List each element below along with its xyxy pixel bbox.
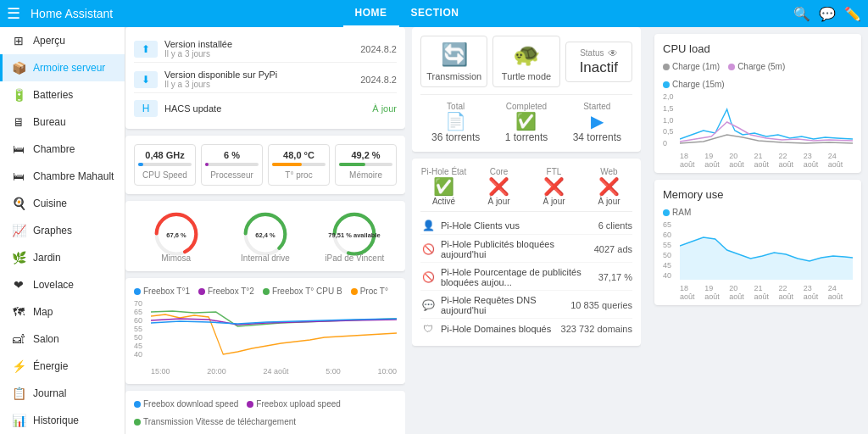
menu-icon[interactable]: ☰ — [7, 4, 20, 23]
pihole-row: 🛡 Pi-Hole Domaines bloqués 323 732 domai… — [420, 320, 632, 337]
pihole-header-item: Pi-Hole État ✅ Activé — [420, 167, 467, 206]
sidebar-icon: 📦 — [11, 61, 26, 75]
total-torrents: Total 📄 36 torrents — [420, 102, 491, 143]
pihole-row-icon: 🚫 — [420, 243, 436, 255]
turtle-mode-label: Turtle mode — [502, 71, 551, 81]
pihole-header-item: FTL ❌ À jour — [531, 167, 577, 206]
legend-item: RAM — [663, 208, 691, 217]
svg-text:62,4 %: 62,4 % — [255, 231, 275, 239]
transmission-label: Transmission — [426, 71, 481, 81]
topnav-actions: 🔍 💬 ✏️ — [793, 6, 861, 22]
sidebar-item-armoire-serveur[interactable]: 📦Armoire serveur — [0, 54, 125, 81]
cpu-load-title: CPU load — [663, 42, 853, 55]
small-gauge-t°-proc: 48,0 °C T° proc — [268, 144, 330, 186]
sidebar-item-aperçu[interactable]: ⊞Aperçu — [0, 27, 125, 54]
small-gauge-mémoire: 49,2 % Mémoire — [335, 144, 397, 186]
cpu-load-card: CPU load Charge (1m)Charge (5m)Charge (1… — [654, 34, 861, 173]
app-title: Home Assistant — [31, 7, 333, 20]
sidebar-item-batteries[interactable]: 🔋Batteries — [0, 81, 125, 108]
sidebar-icon: 🌿 — [11, 251, 26, 264]
turtle-mode-button[interactable]: 🐢 Turtle mode — [492, 36, 559, 87]
tab-section[interactable]: SECTION — [399, 0, 471, 27]
legend-item: Charge (1m) — [663, 62, 720, 71]
eye-icon[interactable]: 👁 — [608, 47, 618, 59]
sidebar-item-cuisine[interactable]: 🍳Cuisine — [0, 190, 125, 217]
sidebar-icon: 📋 — [11, 387, 26, 400]
completed-torrents: Completed ✅ 1 torrents — [491, 102, 561, 143]
legend-item: Freebox T°1 — [134, 287, 190, 296]
sidebar-icon: ❤ — [11, 278, 26, 292]
topnav: ☰ Home Assistant HOME SECTION 🔍 💬 ✏️ — [0, 0, 868, 27]
sidebar-item-jardin[interactable]: 🌿Jardin — [0, 244, 125, 271]
circ-gauges-card: 67,6 % Mimosa 62,4 % Internal drive 79,5… — [125, 201, 405, 271]
sidebar-icon: 🛏 — [11, 142, 26, 156]
update-row: ⬇ Version disponible sur PyPi Il y a 3 j… — [134, 66, 397, 93]
speed-chart-card: Freebox download speedFreebox upload spe… — [125, 391, 405, 434]
sidebar-item-journal[interactable]: 📋Journal — [0, 380, 125, 407]
pihole-row-icon: 🚫 — [420, 271, 436, 283]
legend-item: Charge (15m) — [663, 80, 725, 89]
sidebar-item-bureau[interactable]: 🖥Bureau — [0, 108, 125, 136]
svg-text:79,51 % available: 79,51 % available — [329, 231, 381, 239]
legend-item: Transmission Vitesse de téléchargement — [134, 417, 296, 426]
sidebar-icon: ⊞ — [11, 34, 26, 47]
sidebar-item-chambre[interactable]: 🛏Chambre — [0, 136, 125, 163]
transmission-button[interactable]: 🔄 Transmission — [420, 36, 487, 87]
sidebar-icon: 🔋 — [11, 88, 26, 102]
updates-card: ⬆ Version installée Il y a 3 jours 2024.… — [125, 27, 405, 129]
freebox-temp-chart-card: Freebox T°1Freebox T°2Freebox T° CPU BPr… — [125, 278, 405, 384]
update-icon: ⬆ — [134, 41, 158, 58]
sidebar-icon: 📊 — [11, 414, 26, 427]
pihole-header-item: Web ❌ À jour — [586, 167, 632, 206]
svg-marker-9 — [680, 237, 853, 280]
sidebar-item-graphes[interactable]: 📈Graphes — [0, 217, 125, 244]
update-icon: H — [134, 100, 158, 117]
update-row: H HACS update À jour — [134, 97, 397, 120]
pihole-row-icon: 👤 — [420, 220, 436, 231]
circ-gauge-internal-drive: 62,4 % Internal drive — [223, 209, 307, 263]
memory-use-title: Memory use — [663, 188, 853, 201]
pihole-row-icon: 🛡 — [420, 323, 436, 335]
circ-gauge-mimosa: 67,6 % Mimosa — [134, 209, 218, 263]
sidebar-icon: 🗺 — [11, 305, 26, 319]
legend-item: Freebox download speed — [134, 399, 238, 409]
sidebar-icon: ⚡ — [11, 359, 26, 373]
pihole-row: 👤 Pi-Hole Clients vus 6 clients — [420, 217, 632, 235]
memory-use-card: Memory use RAM 656055504540 18 août19 ao… — [654, 180, 861, 305]
sidebar-item-énergie[interactable]: ⚡Énergie — [0, 353, 125, 380]
sidebar-icon: 🖥 — [11, 115, 26, 129]
sidebar-item-chambre-mahault[interactable]: 🛏Chambre Mahault — [0, 163, 125, 190]
pihole-header-item: Core ❌ À jour — [476, 167, 522, 206]
search-icon[interactable]: 🔍 — [793, 6, 810, 22]
status-label: Status — [580, 48, 604, 58]
tab-home[interactable]: HOME — [343, 0, 399, 27]
sidebar-item-salon[interactable]: 🛋Salon — [0, 326, 125, 353]
sidebar: ⊞Aperçu📦Armoire serveur🔋Batteries🖥Bureau… — [0, 27, 125, 434]
started-torrents: Started ▶ 34 torrents — [562, 102, 632, 143]
svg-text:67,6 %: 67,6 % — [166, 231, 186, 239]
legend-item: Freebox upload speed — [247, 399, 341, 409]
small-gauge-cpu-speed: 0,48 GHz CPU Speed — [134, 144, 196, 186]
sidebar-item-map[interactable]: 🗺Map — [0, 298, 125, 326]
sidebar-icon: 🍳 — [11, 197, 26, 210]
update-row: ⬆ Version installée Il y a 3 jours 2024.… — [134, 36, 397, 63]
chat-icon[interactable]: 💬 — [819, 6, 836, 22]
pihole-row: 🚫 Pi-Hole Pourcentage de publicités bloq… — [420, 264, 632, 291]
status-value: Inactif — [580, 59, 618, 76]
pihole-row: 🚫 Pi-Hole Publicités bloquées aujourd'hu… — [420, 236, 632, 263]
sidebar-icon: 🛏 — [11, 170, 26, 183]
legend-item: Freebox T° CPU B — [263, 287, 342, 296]
right-panel: CPU load Charge (1m)Charge (5m)Charge (1… — [648, 27, 868, 434]
transmission-card: 🔄 Transmission 🐢 Turtle mode Status 👁 In… — [412, 27, 641, 152]
sidebar-icon: 📈 — [11, 224, 26, 237]
edit-icon[interactable]: ✏️ — [844, 6, 861, 22]
legend-item: Charge (5m) — [728, 62, 785, 71]
small-gauges-card: 0,48 GHz CPU Speed 6 % Processeur 48,0 °… — [125, 136, 405, 194]
small-gauge-processeur: 6 % Processeur — [201, 144, 263, 186]
sidebar-item-lovelace[interactable]: ❤Lovelace — [0, 271, 125, 298]
legend-item: Proc T° — [351, 287, 388, 296]
pihole-row: 💬 Pi-Hole Requêtes DNS aujourd'hui 10 83… — [420, 292, 632, 319]
circ-gauge-ipad-de-vincent: 79,51 % available iPad de Vincent — [313, 209, 397, 263]
pihole-card: Pi-Hole État ✅ Activé Core ❌ À jour FTL … — [412, 159, 641, 346]
sidebar-item-historique[interactable]: 📊Historique — [0, 407, 125, 434]
